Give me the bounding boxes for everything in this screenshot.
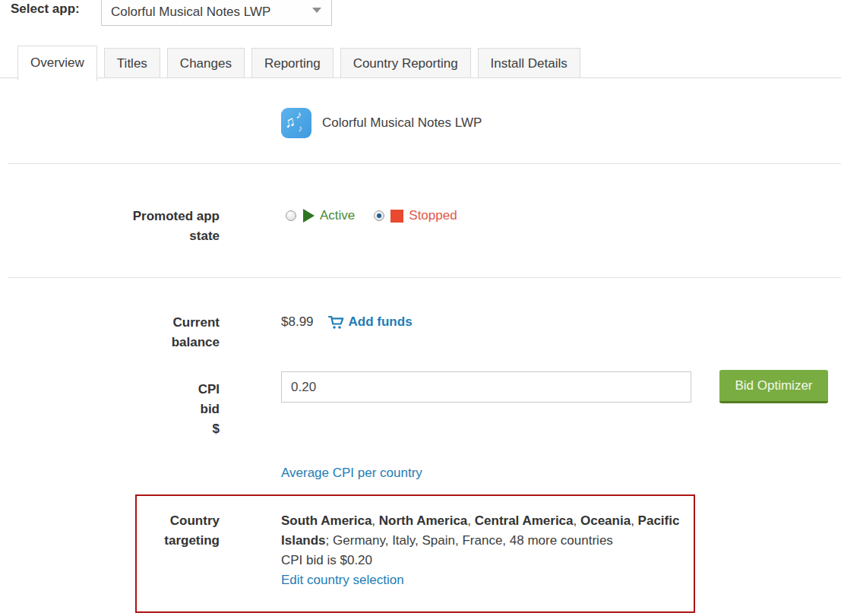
app-name: Colorful Musical Notes LWP [322, 115, 482, 131]
tab-install-details[interactable]: Install Details [478, 48, 580, 78]
play-icon [303, 209, 315, 223]
select-app-label: Select app: [11, 2, 80, 17]
stop-square-icon [390, 210, 403, 223]
cart-icon [328, 315, 344, 330]
country-regions-text: South America, North America, Central Am… [281, 513, 679, 548]
promote-app-overview-page: Select app: Colorful Musical Notes LWP O… [0, 0, 841, 616]
tab-overview[interactable]: Overview [17, 46, 97, 81]
cpi-bid-label: CPI bid $ [0, 380, 220, 439]
tab-titles[interactable]: Titles [104, 48, 160, 78]
active-radio[interactable] [286, 210, 296, 221]
music-note-glyph: ♪ [297, 123, 302, 134]
divider [8, 277, 841, 278]
tab-bar: OverviewTitlesChangesReportingCountry Re… [17, 46, 587, 81]
tab-changes[interactable]: Changes [167, 48, 245, 78]
app-select-value: Colorful Musical Notes LWP [111, 5, 270, 20]
stopped-radio[interactable] [374, 210, 384, 221]
musical-notes-app-icon: ♫ ♪ ♪ [281, 108, 311, 138]
stopped-option-label[interactable]: Stopped [409, 208, 457, 223]
music-note-glyph: ♫ [283, 113, 297, 131]
music-note-glyph: ♪ [296, 109, 303, 122]
balance-amount: $8.99 [281, 314, 314, 330]
bid-optimizer-button[interactable]: Bid Optimizer [719, 370, 828, 403]
active-option-label[interactable]: Active [320, 208, 355, 223]
chevron-down-icon [312, 8, 321, 13]
add-funds-link[interactable]: Add funds [349, 314, 413, 330]
edit-country-selection-link[interactable]: Edit country selection [281, 573, 404, 587]
cpi-bid-input[interactable] [281, 371, 691, 403]
country-targeting-content: South America, North America, Central Am… [281, 511, 685, 590]
current-balance-label: Current balance [0, 313, 220, 352]
divider [8, 163, 841, 164]
promoted-app-state-label: Promoted app state [0, 207, 220, 246]
tab-country-reporting[interactable]: Country Reporting [340, 48, 471, 78]
country-targeting-label: Country targeting [0, 511, 220, 551]
promoted-app-state-options: Active Stopped [286, 208, 457, 223]
country-cpi-line: CPI bid is $0.20 [281, 551, 685, 570]
current-balance-row: $8.99 Add funds [281, 314, 413, 330]
average-cpi-per-country-link[interactable]: Average CPI per country [281, 466, 422, 481]
tab-reporting[interactable]: Reporting [251, 48, 334, 78]
app-select-dropdown[interactable]: Colorful Musical Notes LWP [101, 0, 332, 26]
